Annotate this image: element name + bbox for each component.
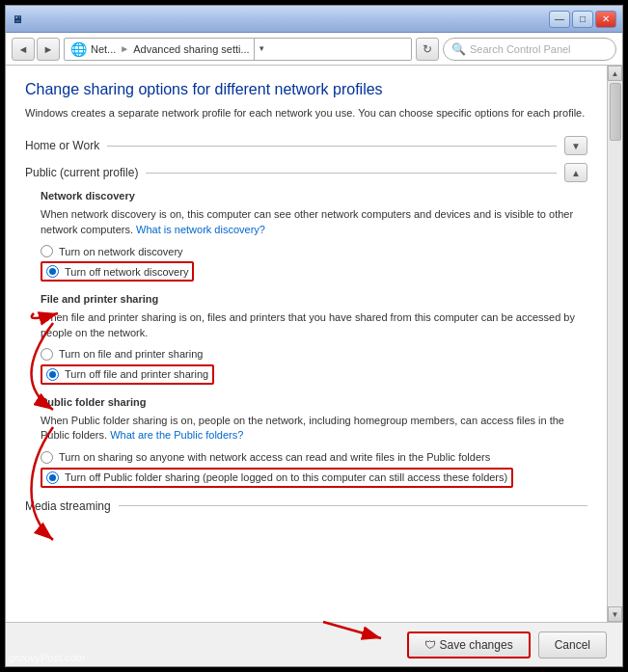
title-bar: 🖥 — □ ✕ [6,6,622,33]
search-icon: 🔍 [451,42,466,56]
window-icon: 🖥 [12,13,22,25]
media-streaming-section: Media streaming [25,499,587,513]
breadcrumb-part2[interactable]: Advanced sharing setti... [133,43,249,55]
home-work-section-header: Home or Work ▼ [25,136,587,155]
radio-fp-on[interactable] [41,348,53,361]
public-section-header: Public (current profile) ▲ [25,163,587,182]
media-streaming-title: Media streaming [25,499,111,513]
network-discovery-title: Network discovery [41,190,587,202]
public-folder-desc: When Public folder sharing is on, people… [41,414,587,444]
radio-nd-off[interactable] [46,265,59,278]
file-printer-desc: When file and printer sharing is on, fil… [41,310,587,340]
nav-buttons: ◄ ► [12,38,60,61]
network-discovery-option1[interactable]: Turn on network discovery [41,245,587,257]
save-icon: 🛡 [424,638,436,652]
network-discovery-option2[interactable]: Turn off network discovery [41,261,587,282]
maximize-button[interactable]: □ [572,11,593,28]
network-discovery-section: Network discovery When network discovery… [41,190,587,282]
home-work-title: Home or Work [25,139,99,152]
scroll-track[interactable] [608,81,622,606]
bottom-bar: 🛡 Save changes Cancel [6,622,622,666]
refresh-button[interactable]: ↻ [416,38,439,61]
file-printer-option2[interactable]: Turn off file and printer sharing [41,364,587,385]
breadcrumb-part1[interactable]: Net... [91,43,116,55]
public-folder-section: Public folder sharing When Public folder… [41,396,587,488]
home-work-line [107,146,557,147]
file-printer-title: File and printer sharing [41,293,587,305]
network-discovery-desc: When network discovery is on, this compu… [41,207,587,237]
content-area: Change sharing options for different net… [6,66,622,622]
breadcrumb-dropdown[interactable]: ▼ [254,39,269,60]
save-button[interactable]: 🛡 Save changes [407,632,531,659]
public-line [146,173,557,174]
public-toggle[interactable]: ▲ [564,163,587,182]
cancel-button[interactable]: Cancel [538,632,607,659]
close-button[interactable]: ✕ [595,11,616,28]
page-title: Change sharing options for different net… [25,81,587,98]
back-button[interactable]: ◄ [12,38,35,61]
radio-nd-on[interactable] [41,245,53,257]
scroll-down-button[interactable]: ▼ [608,606,622,622]
watermark: groovyPost.com [9,652,85,663]
main-content: Change sharing options for different net… [6,66,607,622]
file-printer-highlighted: Turn off file and printer sharing [41,364,214,385]
public-folder-link[interactable]: What are the Public folders? [110,429,243,441]
file-printer-sharing-section: File and printer sharing When file and p… [41,293,587,385]
public-folder-option2[interactable]: Turn off Public folder sharing (people l… [41,468,587,488]
breadcrumb-sep: ► [120,43,129,54]
radio-pf-off[interactable] [46,471,59,484]
title-bar-controls: — □ ✕ [549,11,616,28]
network-discovery-link[interactable]: What is network discovery? [136,224,265,235]
forward-button[interactable]: ► [37,38,60,61]
radio-fp-off[interactable] [46,368,59,381]
scroll-thumb[interactable] [610,83,621,141]
minimize-button[interactable]: — [549,11,570,28]
file-printer-option1[interactable]: Turn on file and printer sharing [41,348,587,361]
search-bar[interactable]: 🔍 Search Control Panel [443,38,616,61]
scroll-up-button[interactable]: ▲ [608,66,622,81]
page-subtitle: Windows creates a separate network profi… [25,106,587,121]
public-folder-highlighted: Turn off Public folder sharing (people l… [41,468,513,488]
public-title: Public (current profile) [25,166,138,179]
public-folder-option1[interactable]: Turn on sharing so anyone with network a… [41,451,587,464]
title-bar-left: 🖥 [12,13,22,25]
address-bar: ◄ ► 🌐 Net... ► Advanced sharing setti...… [6,33,622,66]
scrollbar[interactable]: ▲ ▼ [607,66,622,622]
home-work-toggle[interactable]: ▼ [564,136,587,155]
media-line [119,505,587,506]
search-placeholder: Search Control Panel [470,43,571,55]
breadcrumb-bar: 🌐 Net... ► Advanced sharing setti... ▼ [64,38,412,61]
breadcrumb-icon: 🌐 [70,41,87,57]
public-folder-title: Public folder sharing [41,396,587,408]
radio-pf-on[interactable] [41,451,53,464]
network-discovery-highlighted: Turn off network discovery [41,261,194,282]
